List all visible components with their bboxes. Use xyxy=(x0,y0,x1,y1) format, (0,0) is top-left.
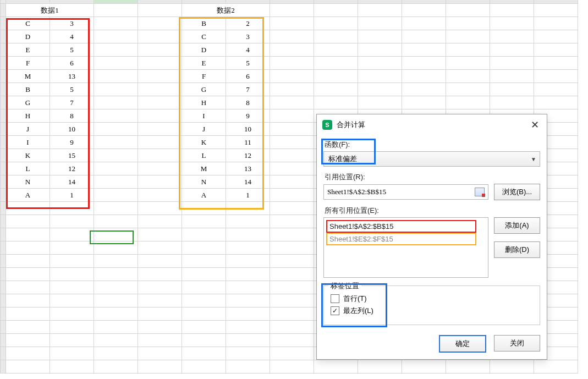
cell[interactable] xyxy=(270,255,314,268)
cell[interactable]: M xyxy=(6,70,50,83)
cell[interactable]: 13 xyxy=(226,162,270,175)
cell[interactable] xyxy=(446,70,490,83)
row-header[interactable] xyxy=(1,83,6,96)
row-header[interactable] xyxy=(1,189,6,202)
cell[interactable] xyxy=(94,136,138,149)
row-header[interactable] xyxy=(1,268,6,281)
cell[interactable] xyxy=(138,96,182,109)
cell[interactable] xyxy=(490,57,534,70)
cell[interactable] xyxy=(138,43,182,57)
cell[interactable] xyxy=(182,228,226,241)
cell[interactable] xyxy=(94,4,138,17)
cell[interactable] xyxy=(534,57,578,70)
cell[interactable] xyxy=(270,83,314,96)
row-header[interactable] xyxy=(1,202,6,215)
cell[interactable] xyxy=(446,96,490,109)
cell[interactable] xyxy=(6,255,50,268)
reference-list-item[interactable]: Sheet1!$A$2:$B$15 xyxy=(326,220,476,233)
cell[interactable] xyxy=(182,307,226,321)
cell[interactable] xyxy=(358,70,402,83)
row-header[interactable] xyxy=(1,149,6,162)
cell[interactable] xyxy=(6,347,50,360)
cell[interactable] xyxy=(138,17,182,30)
cell[interactable] xyxy=(270,70,314,83)
cell[interactable]: 13 xyxy=(50,70,94,83)
cell[interactable]: B xyxy=(182,17,226,30)
cell[interactable]: 9 xyxy=(50,136,94,149)
cell[interactable]: 14 xyxy=(50,175,94,189)
cell[interactable]: 数据2 xyxy=(182,4,270,17)
cell[interactable]: 5 xyxy=(50,43,94,57)
cell[interactable] xyxy=(358,30,402,43)
cell[interactable] xyxy=(50,347,94,360)
cell[interactable]: 15 xyxy=(50,149,94,162)
reference-list-item[interactable]: Sheet1!$E$2:$F$15 xyxy=(326,233,476,245)
cell[interactable] xyxy=(270,202,314,215)
references-listbox[interactable]: Sheet1!$A$2:$B$15Sheet1!$E$2:$F$15 xyxy=(323,217,488,278)
cell[interactable]: 1 xyxy=(226,189,270,202)
cell[interactable] xyxy=(94,281,138,294)
cell[interactable] xyxy=(94,202,138,215)
cell[interactable] xyxy=(182,215,226,228)
cell[interactable] xyxy=(270,123,314,136)
cell[interactable] xyxy=(50,241,94,255)
cell[interactable] xyxy=(226,334,270,347)
cell[interactable] xyxy=(314,360,358,373)
cell[interactable] xyxy=(182,347,226,360)
cell[interactable] xyxy=(182,360,226,373)
cell[interactable]: 2 xyxy=(226,17,270,30)
cell[interactable] xyxy=(94,149,138,162)
cell[interactable] xyxy=(50,268,94,281)
row-header[interactable] xyxy=(1,123,6,136)
row-header[interactable] xyxy=(1,109,6,123)
row-header[interactable] xyxy=(1,307,6,321)
cell[interactable] xyxy=(50,228,94,241)
cell[interactable] xyxy=(6,294,50,307)
cell[interactable] xyxy=(270,347,314,360)
row-header[interactable] xyxy=(1,175,6,189)
cell[interactable] xyxy=(226,202,270,215)
cell[interactable] xyxy=(94,162,138,175)
cell[interactable]: E xyxy=(182,57,226,70)
cell[interactable] xyxy=(226,215,270,228)
cell[interactable] xyxy=(270,321,314,334)
cell[interactable]: F xyxy=(182,70,226,83)
cell[interactable] xyxy=(94,70,138,83)
cell[interactable] xyxy=(402,57,446,70)
cell[interactable] xyxy=(138,294,182,307)
cell[interactable]: N xyxy=(182,175,226,189)
cell[interactable] xyxy=(226,241,270,255)
cell[interactable] xyxy=(446,4,490,17)
cell[interactable] xyxy=(50,321,94,334)
cell[interactable] xyxy=(490,30,534,43)
cell[interactable] xyxy=(50,307,94,321)
row-header[interactable] xyxy=(1,347,6,360)
cell[interactable] xyxy=(358,96,402,109)
row-header[interactable] xyxy=(1,30,6,43)
cell[interactable] xyxy=(6,215,50,228)
cell[interactable] xyxy=(270,189,314,202)
cell[interactable] xyxy=(226,268,270,281)
function-combobox[interactable]: 标准偏差 ▼ xyxy=(323,151,540,167)
add-button[interactable]: 添加(A) xyxy=(494,217,540,234)
cell[interactable]: J xyxy=(182,123,226,136)
cell[interactable] xyxy=(358,17,402,30)
cell[interactable]: B xyxy=(6,83,50,96)
cell[interactable] xyxy=(138,4,182,17)
cell[interactable] xyxy=(138,241,182,255)
cell[interactable] xyxy=(6,228,50,241)
row-header[interactable] xyxy=(1,96,6,109)
cell[interactable]: C xyxy=(6,17,50,30)
cell[interactable] xyxy=(402,43,446,57)
cell[interactable]: 7 xyxy=(226,83,270,96)
cell[interactable] xyxy=(94,294,138,307)
cell[interactable] xyxy=(94,241,138,255)
cell[interactable] xyxy=(314,4,358,17)
cell[interactable] xyxy=(226,347,270,360)
cell[interactable] xyxy=(490,96,534,109)
cell[interactable] xyxy=(270,307,314,321)
cell[interactable] xyxy=(94,189,138,202)
cell[interactable] xyxy=(534,70,578,83)
cell[interactable]: 8 xyxy=(50,109,94,123)
range-picker-icon[interactable] xyxy=(475,188,485,196)
